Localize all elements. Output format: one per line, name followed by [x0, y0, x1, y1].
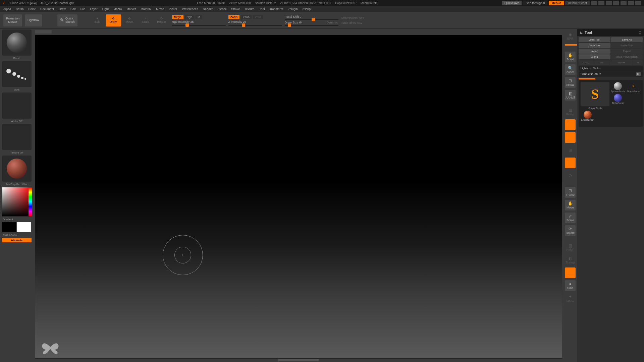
default-script[interactable]: DefaultZScript: [565, 1, 590, 5]
alternate-button[interactable]: Alternate: [2, 238, 32, 242]
primary-color-swatch[interactable]: [17, 222, 31, 232]
brush-tray[interactable]: Brush: [2, 29, 32, 56]
seethrough-slider[interactable]: See-through 0: [523, 1, 547, 5]
tool-item-alphabrush[interactable]: AlphaBrush: [611, 94, 625, 104]
z-intensity-label[interactable]: Z Intensity 25: [228, 20, 247, 23]
nav-move-button[interactable]: ✋Move: [565, 200, 576, 210]
lframe-button[interactable]: ⊞: [565, 145, 576, 156]
focal-shift-label[interactable]: Focal Shift 0: [285, 15, 302, 18]
menu-zplugin[interactable]: Zplugin: [288, 7, 298, 11]
xpose-button[interactable]: ✦Xpose: [565, 293, 576, 304]
persp-button[interactable]: ▦Persp: [565, 107, 576, 117]
zcut-button[interactable]: Zcut: [253, 15, 263, 19]
lightbox-tools-header[interactable]: Lightbox › Tools: [579, 66, 643, 71]
menu-material[interactable]: Material: [141, 7, 151, 11]
menu-zscript[interactable]: Zscript: [303, 7, 312, 11]
secondary-color-swatch[interactable]: [2, 222, 16, 232]
m-button[interactable]: M: [196, 15, 202, 19]
local-button[interactable]: [565, 132, 576, 143]
menu-brush[interactable]: Brush: [16, 7, 24, 11]
import-button[interactable]: Import: [579, 49, 610, 54]
make-polymesh-button[interactable]: Make PolyMesh3D: [611, 54, 643, 59]
mrgb-button[interactable]: Mrgb: [172, 15, 183, 19]
clone-button[interactable]: Clone: [579, 54, 610, 59]
window-icon-2[interactable]: [598, 1, 604, 5]
zadd-button[interactable]: Zadd: [228, 15, 240, 19]
scale-mode-button[interactable]: ⤢Scale: [138, 14, 153, 26]
goz-all-button[interactable]: All: [594, 60, 609, 65]
menu-light[interactable]: Light: [102, 7, 109, 11]
menu-texture[interactable]: Texture: [245, 7, 255, 11]
gradient-label[interactable]: Gradient: [2, 217, 32, 222]
move-mode-button[interactable]: ✥Move: [122, 14, 137, 26]
copy-tool-button[interactable]: Copy Tool: [579, 43, 610, 48]
menu-render[interactable]: Render: [203, 7, 213, 11]
tool-item-spherebrush[interactable]: SphereBrush: [611, 82, 625, 93]
lightbox-button[interactable]: LightBox: [25, 14, 42, 26]
menu-tool[interactable]: Tool: [259, 7, 265, 11]
window-icon-4[interactable]: [613, 1, 619, 5]
draw-size-slider[interactable]: [285, 25, 338, 26]
quicksave-button[interactable]: QuickSave: [502, 1, 522, 5]
zoom-button[interactable]: 🔍Zoom: [565, 64, 576, 75]
rgb-button[interactable]: Rgb: [185, 15, 195, 19]
menu-color[interactable]: Color: [29, 7, 36, 11]
focal-shift-slider[interactable]: [285, 19, 338, 20]
transp-button[interactable]: ◐Transp: [565, 255, 576, 265]
save-as-button[interactable]: Save As: [611, 37, 643, 42]
current-tool-name[interactable]: SimpleBrush. 2 R: [579, 71, 643, 77]
xyz-button[interactable]: [565, 158, 576, 168]
bpr-button[interactable]: ◉BPR: [565, 31, 576, 42]
stroke-tray[interactable]: Dots: [2, 61, 32, 87]
close-icon[interactable]: [635, 1, 641, 5]
z-intensity-slider[interactable]: [228, 25, 282, 26]
minimize-icon[interactable]: [621, 1, 627, 5]
material-tray[interactable]: MatCap Red Wax: [2, 156, 32, 182]
quick-sketch-button[interactable]: ✎ Quick Sketch: [57, 14, 77, 26]
tool-item-simplebrush[interactable]: S SimpleBrush: [581, 82, 609, 109]
tool-panel-header[interactable]: ◣ Tool ⊡: [577, 29, 644, 36]
paste-tool-button[interactable]: Paste Tool: [611, 43, 643, 48]
panel-close-icon[interactable]: ⊡: [639, 31, 641, 34]
window-icon-3[interactable]: [606, 1, 612, 5]
polyf-button[interactable]: ▦PolyF: [565, 242, 576, 253]
actual-button[interactable]: ⊡Actual: [565, 77, 576, 88]
texture-tray[interactable]: Texture Off: [2, 124, 32, 150]
tool-item-simplebrush-2[interactable]: S SimpleBrush: [626, 82, 640, 109]
maximize-icon[interactable]: [628, 1, 634, 5]
goz-r-button[interactable]: R: [633, 60, 643, 65]
menus-button[interactable]: Menus: [549, 1, 564, 5]
rgb-intensity-slider[interactable]: [172, 25, 226, 26]
solo-button[interactable]: ●Solo: [565, 280, 576, 291]
window-icon-1[interactable]: [591, 1, 597, 5]
r-badge[interactable]: R: [636, 72, 641, 76]
rotate-mode-button[interactable]: ⟳Rotate: [154, 14, 169, 26]
menu-draw[interactable]: Draw: [59, 7, 66, 11]
menu-stroke[interactable]: Stroke: [231, 7, 240, 11]
alpha-tray[interactable]: Alpha Off: [2, 93, 32, 119]
nav-scale-button[interactable]: ⤢Scale: [565, 213, 576, 223]
load-tool-button[interactable]: Load Tool: [579, 37, 610, 42]
menu-edit[interactable]: Edit: [70, 7, 76, 11]
switch-color-button[interactable]: SwitchColor: [2, 233, 32, 237]
center-button[interactable]: ⊙: [565, 170, 576, 181]
goz-visible-button[interactable]: Visible: [610, 60, 633, 65]
menu-alpha[interactable]: Alpha: [3, 7, 11, 11]
nav-rotate-button[interactable]: ⟳Rotate: [565, 225, 576, 236]
projection-master-button[interactable]: Projection Master: [3, 14, 22, 26]
goz-button[interactable]: GoZ: [579, 60, 594, 65]
tool-item-eraserbrush[interactable]: EraserBrush: [581, 111, 595, 121]
draw-size-label[interactable]: Draw Size 64: [285, 21, 303, 24]
canvas-bottom-handle[interactable]: [278, 359, 319, 361]
menu-preferences[interactable]: Preferences: [182, 7, 198, 11]
menu-picker[interactable]: Picker: [169, 7, 177, 11]
menu-layer[interactable]: Layer: [90, 7, 98, 11]
canvas[interactable]: +: [35, 35, 562, 359]
menu-file[interactable]: File: [80, 7, 86, 11]
aahalf-button[interactable]: ◧AAHalf: [565, 90, 576, 101]
rgb-intensity-label[interactable]: Rgb Intensity 25: [172, 20, 194, 23]
menu-stencil[interactable]: Stencil: [217, 7, 226, 11]
scroll-button[interactable]: ✋Scroll: [565, 52, 576, 62]
draw-mode-button[interactable]: ✥Draw: [106, 14, 121, 26]
ghost-button[interactable]: [565, 267, 576, 278]
